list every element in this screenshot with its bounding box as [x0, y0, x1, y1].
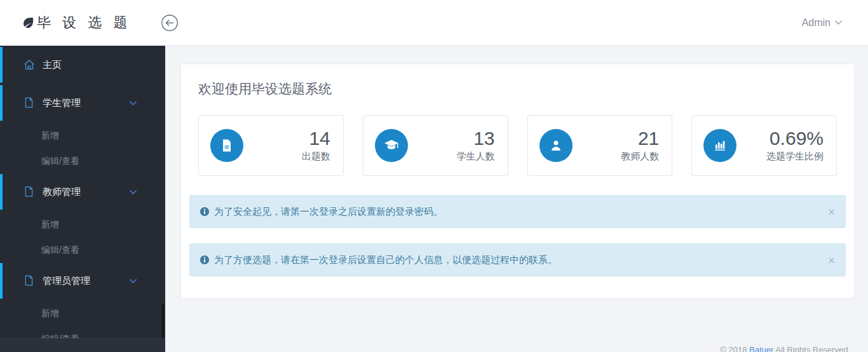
- sidebar-item-home[interactable]: 主页: [0, 47, 165, 83]
- submenu-student: 新增 编辑/查看: [0, 123, 165, 174]
- bar-chart-icon: [703, 129, 736, 162]
- user-dropdown[interactable]: Admin: [802, 17, 868, 29]
- app-title: 毕 设 选 题: [37, 13, 131, 32]
- sidebar-subitem-student-edit-view[interactable]: 编辑/查看: [0, 149, 165, 174]
- sidebar-item-admin-management[interactable]: 管理员管理: [0, 263, 165, 299]
- close-icon[interactable]: ×: [828, 254, 835, 266]
- leaf-logo-icon: [21, 16, 35, 30]
- sidebar-subitem-student-add[interactable]: 新增: [0, 123, 165, 149]
- stat-label: 学生人数: [457, 151, 495, 163]
- stat-value: 13: [457, 128, 495, 149]
- sidebar-footer-bar: [0, 338, 165, 352]
- chevron-down-icon: [834, 20, 843, 25]
- copyright-suffix: All Rights Reserved.: [773, 345, 850, 352]
- close-icon[interactable]: ×: [828, 206, 835, 218]
- sidebar-subitem-teacher-add[interactable]: 新增: [0, 212, 165, 238]
- stat-label: 出题数: [302, 151, 330, 163]
- stat-label: 选题学生比例: [766, 151, 824, 163]
- stat-card-students: 13 学生人数: [363, 115, 508, 176]
- stat-value: 0.69%: [766, 128, 824, 149]
- alert-password-notice: 为了安全起见，请第一次登录之后设置新的登录密码。 ×: [189, 195, 846, 228]
- sidebar-nav: 主页 学生管理 新增 编辑/查看: [0, 46, 165, 352]
- alert-text: 为了方便选题，请在第一次登录后设置自己的个人信息，以便选题过程中的联系。: [214, 254, 557, 266]
- top-header: 毕 设 选 题 Admin: [0, 0, 868, 46]
- sidebar-collapse-button[interactable]: [161, 14, 179, 32]
- info-icon: [200, 255, 210, 265]
- sidebar-item-label: 学生管理: [43, 97, 81, 109]
- document-icon: [23, 186, 36, 198]
- document-icon: [210, 129, 243, 162]
- app-logo[interactable]: 毕 设 选 题: [0, 13, 131, 32]
- stat-value: 14: [302, 128, 330, 149]
- sidebar-subitem-admin-add[interactable]: 新增: [0, 301, 165, 327]
- home-icon: [23, 58, 36, 71]
- sidebar-item-student-management[interactable]: 学生管理: [0, 85, 165, 121]
- main-content: 欢迎使用毕设选题系统 14 出题数: [165, 46, 868, 352]
- document-icon: [23, 274, 36, 287]
- stat-label: 教师人数: [621, 151, 659, 163]
- sidebar-scrollbar[interactable]: [162, 304, 164, 339]
- chevron-down-icon: [129, 189, 137, 195]
- copyright-prefix: © 2018: [720, 345, 749, 352]
- sidebar-subitem-teacher-edit-view[interactable]: 编辑/查看: [0, 238, 165, 263]
- chevron-down-icon: [129, 100, 137, 106]
- stat-value: 21: [621, 128, 659, 149]
- document-icon: [23, 97, 36, 109]
- graduation-cap-icon: [375, 129, 408, 162]
- stat-card-topics: 14 出题数: [198, 115, 344, 176]
- sidebar-item-teacher-management[interactable]: 教师管理: [0, 174, 165, 210]
- page-title: 欢迎使用毕设选题系统: [198, 79, 837, 98]
- copyright-footer: © 2018 Batuer All Rights Reserved.: [720, 345, 850, 352]
- sidebar-item-label: 教师管理: [43, 186, 81, 198]
- sidebar: 主页 学生管理 新增 编辑/查看: [0, 46, 165, 352]
- user-name: Admin: [802, 17, 831, 29]
- sidebar-item-label: 主页: [43, 59, 62, 71]
- chevron-down-icon: [129, 278, 137, 284]
- stat-card-teachers: 21 教师人数: [527, 115, 673, 176]
- alert-text: 为了安全起见，请第一次登录之后设置新的登录密码。: [214, 205, 443, 218]
- sidebar-item-label: 管理员管理: [43, 275, 90, 287]
- submenu-teacher: 新增 编辑/查看: [0, 212, 165, 263]
- welcome-panel: 欢迎使用毕设选题系统 14 出题数: [180, 64, 855, 299]
- stat-card-selection-ratio: 0.69% 选题学生比例: [691, 115, 837, 176]
- stats-row: 14 出题数 13 学生人数: [198, 115, 837, 176]
- info-icon: [200, 206, 210, 217]
- person-icon: [539, 129, 573, 162]
- alert-profile-notice: 为了方便选题，请在第一次登录后设置自己的个人信息，以便选题过程中的联系。 ×: [189, 243, 846, 276]
- author-link[interactable]: Batuer: [749, 345, 773, 352]
- circle-arrow-left-icon: [161, 14, 179, 32]
